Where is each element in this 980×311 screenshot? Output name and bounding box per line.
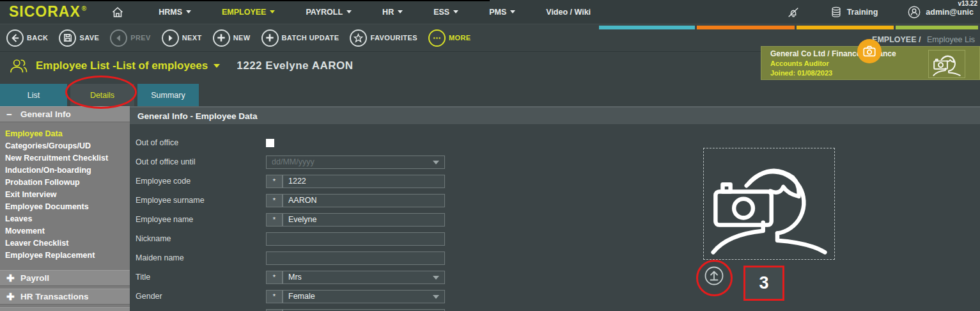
sidebar-item[interactable]: Leaves: [5, 213, 127, 225]
stripe-segment: [599, 26, 695, 29]
upload-photo-button[interactable]: [704, 266, 724, 286]
record-title: 1222 Evelyne AARON: [237, 60, 353, 72]
environment-indicator[interactable]: Training: [830, 6, 878, 19]
breadcrumb-page[interactable]: Employee Lis: [927, 35, 975, 44]
required-marker: *: [266, 290, 283, 303]
sidebar-item[interactable]: Leaver Checklist: [5, 237, 127, 250]
tab-list[interactable]: List: [0, 84, 67, 106]
menu-item[interactable]: PMS: [489, 8, 515, 17]
upload-icon: [704, 266, 724, 286]
environment-label: Training: [847, 8, 878, 17]
field-label: Out of office: [136, 138, 266, 147]
next-button[interactable]: NEXT: [162, 29, 202, 47]
menu-item[interactable]: HR: [382, 8, 403, 17]
employee-surname-field[interactable]: [283, 194, 445, 207]
out-of-office-until-field[interactable]: [266, 156, 445, 169]
sidebar-section-hr-transactions[interactable]: ✚ HR Transactions: [0, 289, 130, 305]
record-tabs: List Details Summary: [0, 80, 980, 106]
expand-icon: ✚: [6, 292, 17, 301]
user-label: admin@unic: [926, 8, 974, 17]
field-label: Title: [136, 273, 266, 282]
sidebar-item[interactable]: Probation Followup: [5, 177, 127, 189]
photo-count-badge: 3: [743, 266, 784, 301]
notifications-muted-icon[interactable]: [786, 5, 800, 19]
employee-code-field[interactable]: [283, 175, 445, 188]
required-marker: *: [266, 194, 283, 207]
page-title[interactable]: Employee List -List of employees: [36, 60, 208, 72]
avatar-camera-icon: [710, 154, 828, 255]
form-panel: General Info - Employee Data Out of offi…: [130, 106, 980, 311]
marital-status-select[interactable]: [283, 309, 445, 311]
required-marker: *: [266, 175, 283, 188]
title-select[interactable]: [283, 271, 445, 284]
sidebar-item[interactable]: Movement: [5, 225, 127, 237]
chevron-down-icon: [186, 10, 191, 13]
gender-select[interactable]: [283, 290, 445, 303]
back-button[interactable]: BACK: [6, 29, 48, 47]
more-button[interactable]: MORE: [428, 29, 471, 47]
sidebar-item[interactable]: New Recruitment Checklist: [5, 152, 127, 164]
favourites-button[interactable]: FAVOURITES: [350, 29, 417, 47]
sidebar-item[interactable]: Exit Interview: [5, 189, 127, 201]
nav-right-group: Training admin@unic: [757, 5, 980, 19]
nickname-field[interactable]: [266, 232, 445, 246]
top-nav-bar: SICORAX® HRMS EMPLOYEE PAYROLL HR: [0, 0, 980, 24]
sidebar-item[interactable]: Categories/Groups/UD: [5, 140, 127, 152]
chevron-down-icon: [346, 10, 352, 13]
sidebar-section-talent[interactable]: ✚ Talent: [0, 307, 130, 311]
chevron-down-icon[interactable]: [214, 64, 220, 68]
next-icon: [162, 29, 179, 47]
employee-name-field[interactable]: [283, 213, 445, 227]
maiden-name-field[interactable]: [266, 251, 445, 265]
user-circle-icon: [907, 5, 921, 19]
back-icon: [6, 29, 24, 47]
field-label: Employee name: [136, 215, 266, 224]
required-marker: *: [266, 309, 283, 311]
sidebar-item[interactable]: Employee Replacement: [5, 250, 127, 262]
menu-item[interactable]: EMPLOYEE: [222, 8, 275, 17]
sidebar-section-general-info[interactable]: − General Info: [0, 106, 130, 122]
form-header: General Info - Employee Data: [130, 106, 980, 124]
menu-item[interactable]: ESS: [433, 8, 458, 17]
field-label: Gender: [136, 292, 266, 301]
plus-icon: [213, 29, 230, 47]
app-logo: SICORAX®: [9, 4, 87, 19]
main-area: − General Info Employee Data Categories/…: [0, 106, 980, 311]
home-icon[interactable]: [111, 6, 124, 19]
menu-item[interactable]: HRMS: [159, 8, 191, 17]
required-marker: *: [266, 271, 283, 284]
out-of-office-checkbox[interactable]: [266, 139, 274, 147]
new-button[interactable]: NEW: [213, 29, 251, 47]
sidebar-item[interactable]: Employee Data: [5, 128, 127, 140]
camera-badge-icon[interactable]: [857, 39, 882, 63]
tab-details[interactable]: Details: [70, 84, 134, 106]
sidebar-item[interactable]: Employee Documents: [5, 201, 127, 213]
sidebar-section-payroll[interactable]: ✚ Payroll: [0, 270, 130, 286]
employee-data-form: Out of office Out of office until Employ…: [130, 124, 980, 311]
ellipsis-icon: [428, 29, 446, 47]
chevron-down-icon: [453, 10, 458, 13]
breadcrumb: EMPLOYEE / Employee Lis: [872, 35, 975, 44]
save-button[interactable]: SAVE: [59, 29, 99, 47]
chevron-down-icon: [510, 10, 515, 13]
employee-photo-placeholder[interactable]: [703, 148, 835, 260]
employee-photo-thumbnail[interactable]: [928, 50, 965, 78]
collapse-icon: −: [6, 109, 17, 119]
breadcrumb-section[interactable]: EMPLOYEE /: [872, 35, 921, 44]
menu-item[interactable]: PAYROLL: [306, 8, 352, 17]
star-icon: [350, 29, 367, 47]
menu-item[interactable]: Video / Wiki: [546, 8, 591, 17]
field-label: Employee surname: [136, 196, 266, 205]
database-icon: [830, 6, 843, 19]
chevron-down-icon: [270, 10, 275, 13]
status-stripe: [599, 26, 980, 29]
batch-update-button[interactable]: BATCH UPDATE: [261, 29, 339, 47]
employee-summary-card: General Co Ltd / Finance / Finance Accou…: [761, 46, 980, 80]
required-marker: *: [266, 213, 283, 227]
field-label: Nickname: [136, 234, 266, 243]
tab-summary[interactable]: Summary: [137, 84, 199, 106]
sidebar-item[interactable]: Induction/On-boarding: [5, 164, 127, 177]
expand-icon: ✚: [6, 273, 17, 283]
prev-button[interactable]: PREV: [110, 29, 151, 47]
plus-icon: [261, 29, 279, 47]
